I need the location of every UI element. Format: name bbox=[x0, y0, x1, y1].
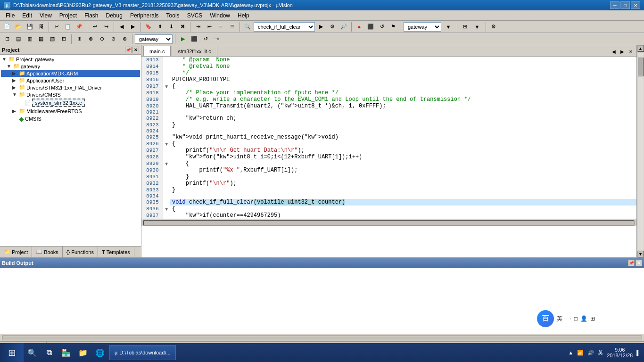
debug-extra-btn[interactable]: ⚑ bbox=[388, 22, 398, 32]
code-text[interactable]: printf("\n\r Get huart Data:\n\r"); bbox=[170, 147, 636, 154]
taskbar-store[interactable]: 🏪 bbox=[58, 344, 74, 361]
tab-functions[interactable]: {} Functions bbox=[63, 247, 98, 257]
unindent-btn[interactable]: ⇤ bbox=[204, 22, 215, 32]
tray-show-desktop[interactable]: ▌ bbox=[636, 350, 640, 355]
search-go-btn[interactable]: ▶ bbox=[316, 22, 326, 32]
code-text[interactable]: { bbox=[170, 83, 636, 90]
copy-btn[interactable]: 📋 bbox=[63, 22, 73, 32]
code-text[interactable]: * @retval None bbox=[170, 63, 636, 70]
tree-cmsis-component[interactable]: ◆ CMSIS bbox=[1, 115, 140, 123]
tb2-btn2[interactable]: ▤ bbox=[13, 34, 24, 44]
bookmark-btn[interactable]: 🔖 bbox=[143, 22, 154, 32]
menu-view[interactable]: View bbox=[36, 10, 56, 21]
drivers-stm-expand[interactable]: ▶ bbox=[12, 85, 18, 90]
menu-peripherals[interactable]: Peripherals bbox=[126, 10, 163, 21]
code-text[interactable]: } bbox=[170, 187, 636, 193]
code-text[interactable]: */ bbox=[170, 70, 636, 76]
tb2-btn5[interactable]: ▧ bbox=[47, 34, 58, 44]
tree-system-file[interactable]: 📄 system_stm32f1xx.c bbox=[1, 98, 140, 107]
code-text[interactable]: "kw">for("kw">uint8_t i=0;i<(12+Rxbuff_U… bbox=[170, 154, 636, 160]
tray-arrow[interactable]: ▲ bbox=[568, 350, 573, 355]
tb2-btn10[interactable]: ⊘ bbox=[108, 34, 118, 44]
collapse-btn[interactable]: ▼ bbox=[163, 140, 170, 147]
tb2-btn6[interactable]: ⊞ bbox=[58, 34, 69, 44]
bottom-panel-pin[interactable]: 📌 bbox=[628, 260, 635, 266]
format-btn[interactable]: ≡ bbox=[215, 22, 226, 32]
save-btn[interactable]: 💾 bbox=[25, 22, 35, 32]
taskbar-task-view[interactable]: ⧉ bbox=[41, 344, 58, 361]
target-combo[interactable]: gateway bbox=[404, 22, 441, 32]
gateway-expand[interactable]: ▼ bbox=[7, 64, 12, 69]
target-select[interactable]: gateway bbox=[135, 34, 173, 44]
scroll-up-btn[interactable]: ▲ bbox=[637, 45, 644, 52]
indent-btn[interactable]: ⇥ bbox=[193, 22, 203, 32]
menu-flash[interactable]: Flash bbox=[81, 10, 102, 21]
view-extra-btn[interactable]: ▼ bbox=[471, 22, 483, 32]
save-all-btn[interactable]: 🗄 bbox=[36, 22, 46, 32]
tab-templates[interactable]: T Templates bbox=[98, 247, 134, 257]
middlewares-expand[interactable]: ▶ bbox=[12, 108, 18, 114]
tb2-stop-btn[interactable]: ⬛ bbox=[189, 34, 199, 44]
cut-btn[interactable]: ✂ bbox=[51, 22, 62, 32]
tb2-btn7[interactable]: ⊕ bbox=[74, 34, 84, 44]
tray-lang[interactable]: 英 bbox=[598, 349, 603, 356]
code-text[interactable]: HAL_UART_Transmit(&huart2, ("kw">uint8_t… bbox=[170, 103, 636, 109]
new-file-btn[interactable]: 📄 bbox=[2, 22, 12, 32]
tb2-btn4[interactable]: ▦ bbox=[36, 34, 46, 44]
tray-network[interactable]: 📶 bbox=[577, 350, 584, 356]
code-text[interactable]: { bbox=[170, 160, 636, 167]
tb2-btn8[interactable]: ⊗ bbox=[85, 34, 96, 44]
editor-nav-left[interactable]: ◀ bbox=[610, 48, 618, 55]
paste-btn[interactable]: 📌 bbox=[74, 22, 84, 32]
menu-svcs[interactable]: SVCS bbox=[183, 10, 206, 21]
code-text[interactable]: } bbox=[170, 122, 636, 128]
code-text[interactable]: /* Place your implementation of fputc he… bbox=[170, 90, 636, 96]
target-settings-btn[interactable]: ▼ bbox=[442, 22, 454, 32]
tb2-btn11[interactable]: ⊛ bbox=[119, 34, 130, 44]
redo-btn[interactable]: ↪ bbox=[101, 22, 111, 32]
tab-books[interactable]: 📖 Books bbox=[32, 247, 63, 257]
taskbar-uvision-window[interactable]: µ D:\Tobias\download\... bbox=[109, 345, 176, 360]
app-user-expand[interactable]: ▶ bbox=[12, 78, 18, 83]
taskbar-search[interactable]: 🔍 bbox=[24, 344, 41, 361]
v-scrollbar[interactable]: ▲ ▼ bbox=[636, 45, 644, 257]
drivers-cmsis-expand[interactable]: ▼ bbox=[12, 92, 18, 97]
search-opt-btn[interactable]: ⚙ bbox=[327, 22, 338, 32]
menu-help[interactable]: Help bbox=[234, 10, 253, 21]
code-text[interactable]: "kw">return ch; bbox=[170, 115, 636, 122]
code-text[interactable] bbox=[170, 109, 636, 115]
code-text[interactable] bbox=[170, 128, 636, 134]
tray-volume[interactable]: 🔊 bbox=[587, 350, 594, 356]
code-text[interactable]: "kw">if(counter==4294967295) bbox=[170, 212, 636, 219]
editor-nav-right[interactable]: ▶ bbox=[619, 48, 626, 55]
tree-gateway[interactable]: ▼ 📁 gateway bbox=[1, 63, 140, 70]
panel-pin-btn[interactable]: 📌 bbox=[125, 47, 132, 53]
tree-drivers-stm[interactable]: ▶ 📁 Drivers/STM32F1xx_HAL_Driver bbox=[1, 84, 140, 91]
find-btn[interactable]: 🔍 bbox=[242, 22, 253, 32]
collapse-btn[interactable]: ▼ bbox=[163, 160, 170, 167]
bottom-h-scrollbar[interactable] bbox=[0, 334, 644, 341]
format2-btn[interactable]: ≣ bbox=[227, 22, 237, 32]
debug-reset-btn[interactable]: ↺ bbox=[377, 22, 387, 32]
undo-btn[interactable]: ↩ bbox=[90, 22, 100, 32]
code-content-scroll[interactable]: 8913 * @param None 8914 * @retval None 8… bbox=[141, 57, 636, 257]
tree-app-mdk[interactable]: ▶ 📁 Application/MDK-ARM bbox=[1, 70, 140, 77]
menu-file[interactable]: File bbox=[2, 10, 18, 21]
code-text[interactable]: * @param None bbox=[170, 57, 636, 63]
code-text[interactable]: } bbox=[170, 173, 636, 180]
nav-back-btn[interactable]: ◀ bbox=[116, 22, 127, 32]
tab-project[interactable]: 📁 Project bbox=[0, 247, 32, 257]
tray-clock[interactable]: 9:06 2018/12/28 bbox=[607, 347, 633, 358]
app-mdk-expand[interactable]: ▶ bbox=[12, 71, 18, 76]
menu-window[interactable]: Window bbox=[206, 10, 234, 21]
menu-tools[interactable]: Tools bbox=[163, 10, 183, 21]
debug-run-btn[interactable]: ● bbox=[354, 22, 364, 32]
h-scrollbar[interactable] bbox=[141, 219, 636, 226]
code-text[interactable]: printf("%x ",Rxbuff_UART[i]); bbox=[170, 167, 636, 173]
taskbar-browser[interactable]: 🌐 bbox=[91, 344, 108, 361]
code-text[interactable]: void check_if_full_clear(volatile uint32… bbox=[170, 199, 636, 206]
tree-app-user[interactable]: ▶ 📁 Application/User bbox=[1, 77, 140, 84]
panel-close-btn[interactable]: ✕ bbox=[132, 47, 139, 53]
tb2-extra1[interactable]: ↺ bbox=[200, 34, 211, 44]
tb2-btn9[interactable]: ⊙ bbox=[97, 34, 107, 44]
